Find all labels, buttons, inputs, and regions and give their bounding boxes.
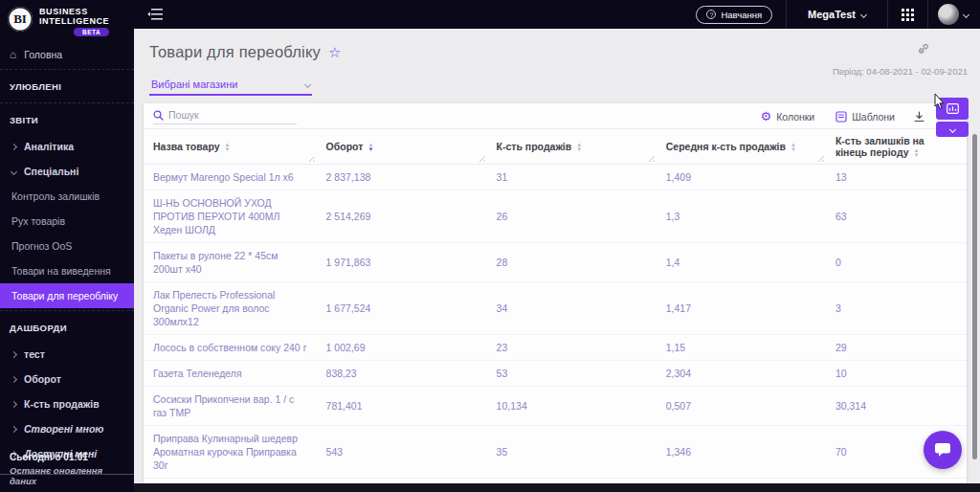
divider	[0, 102, 134, 103]
column-resize-handle[interactable]	[817, 155, 824, 162]
sidebar-item-stock-control[interactable]: Контроль залишків	[0, 184, 134, 209]
template-icon	[835, 111, 847, 123]
sidebar-item-created-by-me[interactable]: Створені мною	[0, 416, 134, 441]
column-resize-handle[interactable]	[648, 155, 655, 162]
cell-sales-count: 53	[487, 361, 657, 387]
chevron-right-icon	[11, 400, 17, 407]
last-update-caption: Останнє оновлення даних	[10, 465, 124, 486]
cell-text: Вермут Marengo Special 1л х6	[153, 171, 294, 183]
cell-text: 838,23	[326, 368, 357, 379]
training-button[interactable]: ? Навчання	[696, 6, 772, 24]
cell-text: 13	[835, 171, 847, 183]
columns-button[interactable]: ⚙ Колонки	[761, 111, 815, 123]
sidebar: BI BUSINESS INTELLIGENCE BETA ⌂ Головна …	[0, 0, 134, 492]
chevron-right-icon	[11, 375, 17, 382]
sort-icon[interactable]: ▲▼	[914, 148, 920, 158]
column-resize-handle[interactable]	[308, 155, 315, 162]
cell-text: 1 002,69	[326, 342, 366, 353]
gear-icon: ⚙	[761, 111, 772, 123]
cell-turnover: 1 002,69	[317, 335, 487, 361]
cell-product-name: Ш-НЬ ОСНОВНОЙ УХОД ПРОТИВ ПЕРХОТИ 400МЛ …	[144, 190, 317, 243]
period-label: Період: 04-08-2021 - 02-09-2021	[833, 66, 968, 77]
cell-avg-sales: 1,417	[657, 282, 826, 335]
chat-fab-button[interactable]	[924, 431, 962, 469]
col-sales-count[interactable]: К-сть продажів▲▼	[487, 129, 657, 165]
sidebar-item-analytics[interactable]: Аналітика	[0, 134, 134, 159]
sort-icon[interactable]: ▲▼	[225, 143, 231, 152]
sidebar-item-test[interactable]: тест	[0, 342, 134, 367]
table-header-row: Назва товару▲▼ Оборот▲▼ К-сть продажів▲▼…	[144, 129, 967, 165]
cell-text: 1,346	[666, 446, 691, 458]
menu-fold-icon[interactable]	[147, 9, 163, 20]
cell-text: 28	[497, 257, 508, 268]
cell-text: 30,314	[835, 400, 866, 412]
search-input[interactable]	[168, 109, 288, 121]
cell-text: Лак Прелесть Professional Organic Power …	[153, 289, 275, 327]
table-row[interactable]: Ш-НЬ ОСНОВНОЙ УХОД ПРОТИВ ПЕРХОТИ 400МЛ …	[144, 190, 967, 243]
page-title: Товари для переобліку	[149, 43, 321, 61]
logo-bi-icon: BI	[8, 7, 33, 32]
chevron-down-icon	[963, 11, 969, 17]
cell-end-stock: 30,314	[826, 387, 967, 426]
share-link-icon[interactable]	[916, 44, 928, 56]
cell-sales-count: 23	[487, 335, 657, 361]
vertical-scrollbar[interactable]	[972, 134, 977, 459]
col-avg-sales[interactable]: Середня к-сть продажів▲▼	[657, 129, 826, 165]
download-icon[interactable]	[914, 111, 924, 123]
table-row[interactable]: Пакеты в рулоне 22 * 45см 200шт х40 1 97…	[144, 243, 967, 282]
cell-turnover: 543	[317, 426, 487, 479]
table-row[interactable]: Вермут Marengo Special 1л х6 2 837,138 3…	[144, 165, 967, 190]
bottom-band	[134, 483, 980, 492]
cell-text: 35	[497, 446, 508, 458]
cell-text: 1,417	[666, 302, 691, 314]
column-resize-handle[interactable]	[479, 155, 485, 162]
col-product-name[interactable]: Назва товару▲▼	[144, 129, 317, 165]
table-row[interactable]: Сосиски Прикопчени вар. 1 / с газ ТМР 78…	[144, 387, 967, 426]
workspace-dropdown[interactable]: MegaTest	[787, 9, 887, 20]
sort-icon[interactable]: ▲▼	[791, 143, 796, 152]
templates-button[interactable]: Шаблони	[835, 111, 895, 123]
sort-icon[interactable]: ▲▼	[576, 143, 582, 152]
cell-text: 34	[497, 302, 508, 314]
home-label: Головна	[24, 49, 62, 60]
cell-text: 2 837,138	[326, 171, 371, 183]
search-box[interactable]	[153, 109, 297, 124]
cell-text: 1,3	[666, 211, 680, 222]
cell-product-name: Лак Прелесть Professional Organic Power …	[144, 282, 317, 335]
panel-collapse-button[interactable]	[936, 122, 969, 137]
home-icon: ⌂	[10, 50, 16, 59]
app-logo[interactable]: BI BUSINESS INTELLIGENCE BETA	[0, 0, 134, 42]
sort-icon-active-desc[interactable]: ▲▼	[368, 143, 373, 152]
favorite-star-icon[interactable]: ☆	[328, 46, 341, 59]
sidebar-item-home[interactable]: ⌂ Головна	[0, 42, 134, 67]
cell-text: 10,134	[497, 400, 527, 412]
mouse-cursor	[934, 94, 946, 110]
sidebar-item-goods-movement[interactable]: Рух товарів	[0, 209, 134, 234]
table-row[interactable]: Лак Прелесть Professional Organic Power …	[144, 282, 967, 335]
cell-turnover: 781,401	[317, 387, 487, 426]
col-turnover[interactable]: Оборот▲▼	[317, 129, 487, 165]
sidebar-item-oos-forecast[interactable]: Прогноз OoS	[0, 234, 134, 258]
cell-text: 23	[497, 342, 508, 353]
training-label: Навчання	[721, 10, 762, 20]
chevron-down-icon	[860, 11, 867, 17]
sidebar-item-goods-withdrawal[interactable]: Товари на виведення	[0, 258, 134, 283]
table-row[interactable]: Лосось в собственном соку 240 г 1 002,69…	[144, 335, 967, 361]
section-favorites: УЛЮБЛЕНІ	[0, 72, 134, 101]
cell-end-stock: 63	[826, 190, 967, 243]
sidebar-item-sales-count[interactable]: К-сть продажів	[0, 391, 134, 416]
chevron-right-icon	[11, 143, 17, 149]
table-row[interactable]: Газета Теленеделя 838,23 53 2,304 10	[144, 361, 967, 387]
products-table: Назва товару▲▼ Оборот▲▼ К-сть продажів▲▼…	[144, 128, 967, 484]
columns-label: Колонки	[776, 111, 814, 123]
store-filter-select[interactable]: Вибрані магазини	[149, 77, 312, 96]
sidebar-item-special[interactable]: Спеціальні	[0, 159, 134, 184]
cell-sales-count: 10,134	[487, 387, 657, 426]
cell-avg-sales: 1,3	[657, 190, 826, 243]
sidebar-item-recount-goods[interactable]: Товари для переобліку	[0, 283, 134, 308]
table-row[interactable]: Приправа Кулинарный шедевр Ароматная кур…	[144, 426, 967, 479]
user-menu[interactable]	[928, 4, 980, 25]
sidebar-item-turnover[interactable]: Оборот	[0, 367, 134, 391]
cell-text: 1 971,863	[326, 257, 371, 268]
apps-grid-button[interactable]	[888, 9, 927, 21]
